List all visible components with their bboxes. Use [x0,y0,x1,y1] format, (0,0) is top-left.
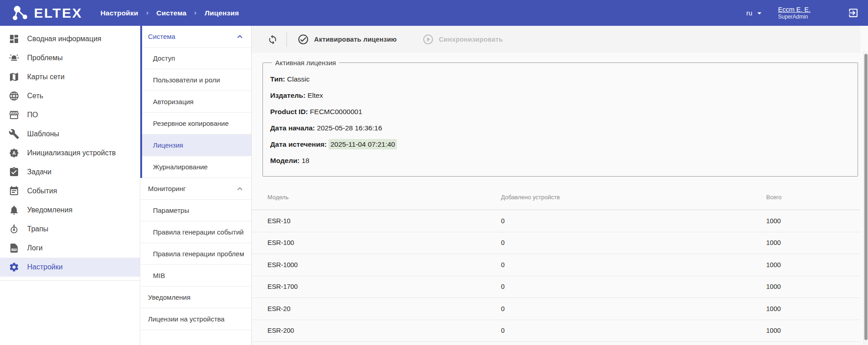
language-selector[interactable]: ru [746,8,764,18]
license-field-value: Eltex [307,91,323,99]
main-sidebar: Сводная информацияПроблемыКарты сетиСеть… [0,26,140,345]
logout-icon [848,7,859,19]
license-field: Product ID: FECMC0000001 [270,104,850,120]
table-row: ESR-100001000 [252,254,860,276]
sidebar-item-9[interactable]: События [0,182,140,201]
main-content: Активировать лицензию Синхронизировать А… [252,26,868,345]
sidebar-item-label: Задачи [27,168,52,176]
submenu-item-label: MIB [153,272,165,279]
table-column-header: Всего [766,194,860,201]
sidebar-item-10[interactable]: Уведомления [0,201,140,220]
synchronize-button[interactable]: Синхронизировать [422,34,503,45]
submenu-item[interactable]: Доступ [140,48,251,69]
eltex-molecule-icon [11,4,30,23]
submenu-item[interactable]: Журналирование [140,156,251,178]
table-cell: ESR-100 [252,239,501,246]
activate-license-button[interactable]: Активировать лицензию [297,34,397,45]
sidebar-item-6[interactable]: Шаблоны [0,125,140,144]
license-field-value: 18 [301,157,309,164]
sidebar-item-label: События [27,187,57,195]
table-cell: 0 [501,305,766,312]
sidebar-item-label: Настройки [27,263,62,271]
table-cell: 0 [501,327,766,334]
submenu-item[interactable]: Правила генерации событий [140,221,251,243]
notifications-bell-icon [9,205,19,216]
breadcrumb-item[interactable]: Система [157,9,187,17]
table-cell: 0 [501,217,766,225]
sidebar-item-12[interactable]: LOGЛоги [0,239,140,258]
logs-file-icon: LOG [9,243,19,254]
sidebar-item-4[interactable]: Сеть [0,86,140,105]
license-field: Модели: 18 [270,153,850,169]
submenu-section-label: Система [148,33,175,40]
language-label: ru [746,9,752,17]
table-cell: 1000 [766,305,860,312]
submenu-item[interactable]: Параметры [140,200,251,221]
sidebar-item-8[interactable]: Задачи [0,163,140,182]
sidebar-item-13[interactable]: Настройки [0,258,140,277]
license-fields: Тип: ClassicИздатель: EltexProduct ID: F… [270,71,850,169]
sidebar-item-3[interactable]: Карты сети [0,67,140,86]
problems-beacon-icon [9,53,19,63]
license-field: Дата начала: 2025-05-28 16:36:16 [270,120,850,136]
breadcrumb-arrow-icon [143,9,152,18]
sidebar-item-11[interactable]: Трапы [0,220,140,239]
synchronize-label: Синхронизировать [439,36,503,43]
events-calendar-icon [9,186,19,196]
submenu-item[interactable]: Правила генерации проблем [140,243,251,265]
sidebar-item-7[interactable]: AИнициализация устройств [0,144,140,163]
play-circle-icon [422,34,434,45]
submenu-item-label: Правила генерации событий [153,228,243,236]
table-row: ESR-170001000 [252,276,860,298]
toolbar: Активировать лицензию Синхронизировать [252,26,860,53]
sidebar-item-1[interactable]: Сводная информация [0,29,140,48]
vertical-scrollbar[interactable] [863,52,868,345]
sidebar-item-5[interactable]: ПО [0,105,140,125]
table-cell: 1000 [766,261,860,268]
eccm-app: ELTEX НастройкиСистемаЛицензия ru Eccm E… [0,0,868,345]
submenu-section-header[interactable]: Уведомления [140,287,251,308]
submenu-item[interactable]: MIB [140,265,251,287]
table-cell: 0 [501,239,766,246]
submenu-item[interactable]: Резервное копирование [140,113,251,134]
sidebar-item-label: Инициализация устройств [27,149,116,157]
license-field: Издатель: Eltex [270,87,850,104]
breadcrumb-item[interactable]: Лицензия [205,9,239,17]
settings-gear-icon [9,262,19,273]
submenu-section-header[interactable]: Система [140,26,251,48]
topbar: ELTEX НастройкиСистемаЛицензия ru Eccm E… [0,0,868,26]
templates-wrench-icon [9,129,19,139]
table-cell: ESR-20 [252,305,501,312]
table-cell: ESR-1000 [252,261,501,268]
submenu-item-label: Журналирование [153,163,208,171]
license-field-label: Product ID: [270,108,308,115]
software-storefront-icon [9,110,19,120]
settings-submenu: СистемаДоступПользователи и ролиАвториза… [140,26,252,345]
submenu-item[interactable]: Авторизация [140,91,251,113]
sidebar-item-2[interactable]: Проблемы [0,48,140,67]
table-row: ESR-1001000 [252,210,860,232]
eltex-logo: ELTEX [11,4,82,23]
submenu-section-header[interactable]: Лицензии на устройства [140,308,251,330]
svg-text:A: A [12,150,16,156]
submenu-item[interactable]: Лицензия [140,134,251,156]
svg-text:LOG: LOG [12,249,16,251]
sidebar-item-label: Карты сети [27,73,65,81]
sidebar-item-label: Проблемы [27,54,62,62]
submenu-item[interactable]: Пользователи и роли [140,69,251,91]
scrollbar-thumb[interactable] [864,54,868,340]
logout-button[interactable] [848,7,859,19]
license-field-label: Издатель: [270,91,305,99]
user-menu[interactable]: Eccm E. E. SuperAdmin [778,5,811,20]
toolbar-divider [286,32,287,47]
submenu-section-header[interactable]: Мониторинг [140,178,251,200]
submenu-item-label: Правила генерации проблем [153,250,244,258]
submenu-section: Лицензии на устройства [140,308,251,330]
user-name-link[interactable]: Eccm E. E. [778,5,811,14]
license-field-label: Модели: [270,157,300,164]
sidebar-item-label: Трапы [27,225,48,233]
submenu-item-label: Доступ [153,54,175,62]
breadcrumb-item[interactable]: Настройки [100,9,138,17]
refresh-icon[interactable] [267,34,278,45]
sidebar-item-label: Сеть [27,92,43,100]
